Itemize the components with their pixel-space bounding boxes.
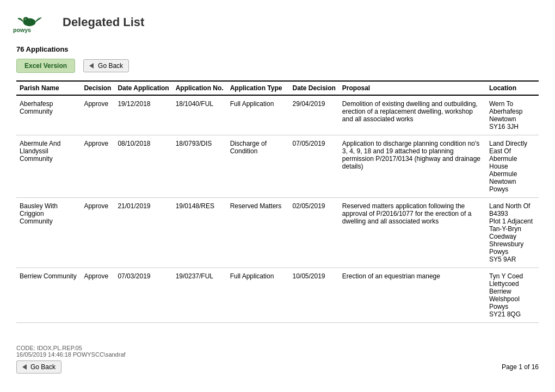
cell-date-decision: 02/05/2019 [289, 198, 338, 268]
cell-proposal: Application to discharge planning condit… [339, 135, 486, 198]
cell-date-decision: 29/04/2019 [289, 95, 338, 135]
col-app-no: Application No. [172, 81, 227, 95]
cell-proposal: Demolition of existing dwelling and outb… [339, 95, 486, 135]
col-parish: Parish Name [16, 81, 81, 95]
svg-text:powys: powys [13, 27, 31, 33]
toolbar: Excel Version Go Back [16, 59, 539, 73]
cell-date-decision: 07/05/2019 [289, 135, 338, 198]
main-content: 76 Applications Excel Version Go Back Pa… [0, 40, 555, 328]
arrow-left-icon [89, 63, 94, 69]
cell-date-application: 07/03/2019 [114, 268, 172, 323]
table-header-row: Parish Name Decision Date Application Ap… [16, 81, 539, 95]
cell-location: Tyn Y Coed Llettycoed Berriew Welshpool … [486, 268, 539, 323]
cell-proposal: Erection of an equestrian manege [339, 268, 486, 323]
cell-app-no: 18/1040/FUL [172, 95, 227, 135]
page-header: powys Delegated List [0, 0, 555, 40]
cell-parish: Abermule And Llandyssil Community [16, 135, 81, 198]
cell-parish: Aberhafesp Community [16, 95, 81, 135]
cell-date-application: 21/01/2019 [114, 198, 172, 268]
cell-date-application: 19/12/2018 [114, 95, 172, 135]
cell-date-application: 08/10/2018 [114, 135, 172, 198]
table-row: Berriew CommunityApprove07/03/201919/023… [16, 268, 539, 323]
cell-parish: Bausley With Criggion Community [16, 198, 81, 268]
cell-app-no: 19/0237/FUL [172, 268, 227, 323]
cell-date-decision: 10/05/2019 [289, 268, 338, 323]
cell-decision: Approve [81, 95, 114, 135]
col-location: Location [486, 81, 539, 95]
cell-app-no: 18/0793/DIS [172, 135, 227, 198]
cell-proposal: Reserved matters application following t… [339, 198, 486, 268]
svg-point-2 [25, 18, 26, 20]
cell-location: Land North Of B4393 Plot 1 Adjacent Tan-… [486, 198, 539, 268]
col-date-decision: Date Decision [289, 81, 338, 95]
cell-decision: Approve [81, 198, 114, 268]
arrow-left-icon-footer [22, 364, 27, 370]
col-proposal: Proposal [339, 81, 486, 95]
footer-timestamp: 16/05/2019 14:46:18 POWYSCC\sandraf [16, 351, 539, 358]
page-info: Page 1 of 16 [502, 363, 539, 371]
applications-table: Parish Name Decision Date Application Ap… [16, 80, 539, 323]
go-back-button-top[interactable]: Go Back [83, 59, 129, 72]
cell-app-type: Reserved Matters [227, 198, 289, 268]
cell-app-type: Full Application [227, 268, 289, 323]
table-row: Aberhafesp CommunityApprove19/12/201818/… [16, 95, 539, 135]
cell-app-no: 19/0148/RES [172, 198, 227, 268]
go-back-label-top: Go Back [98, 62, 123, 70]
svg-point-1 [23, 17, 29, 22]
col-date-application: Date Application [114, 81, 172, 95]
table-row: Abermule And Llandyssil CommunityApprove… [16, 135, 539, 198]
col-decision: Decision [81, 81, 114, 95]
cell-location: Land Directly East Of Abermule House Abe… [486, 135, 539, 198]
application-count: 76 Applications [16, 45, 539, 53]
logo: powys [11, 10, 46, 34]
page-title: Delegated List [63, 15, 144, 29]
powys-logo-svg: powys [11, 10, 46, 34]
table-row: Bausley With Criggion CommunityApprove21… [16, 198, 539, 268]
excel-version-button[interactable]: Excel Version [16, 59, 75, 73]
col-app-type: Application Type [227, 81, 289, 95]
cell-app-type: Full Application [227, 95, 289, 135]
footer-code: CODE: IDOX.PL.REP.05 [16, 345, 539, 351]
page-footer: CODE: IDOX.PL.REP.05 16/05/2019 14:46:18… [0, 328, 555, 379]
cell-app-type: Discharge of Condition [227, 135, 289, 198]
cell-parish: Berriew Community [16, 268, 81, 323]
go-back-label-bottom: Go Back [30, 363, 55, 371]
cell-decision: Approve [81, 268, 114, 323]
go-back-button-bottom[interactable]: Go Back [16, 360, 61, 374]
footer-nav: Go Back Page 1 of 16 [16, 360, 539, 374]
cell-decision: Approve [81, 135, 114, 198]
cell-location: Wern To Aberhafesp Newtown SY16 3JH [486, 95, 539, 135]
